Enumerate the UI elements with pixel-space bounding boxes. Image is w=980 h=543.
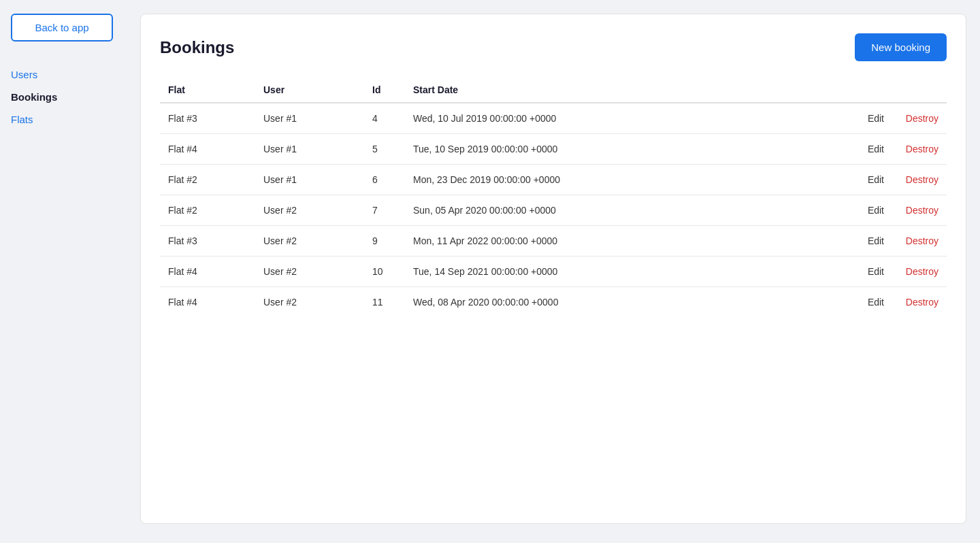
bookings-table: Flat User Id Start Date Flat #3 User #1 … <box>160 78 947 317</box>
cell-destroy[interactable]: Destroy <box>892 257 947 287</box>
col-header-destroy <box>892 78 947 103</box>
cell-start-date: Tue, 14 Sep 2021 00:00:00 +0000 <box>405 257 838 287</box>
destroy-link[interactable]: Destroy <box>906 174 938 185</box>
cell-start-date: Sun, 05 Apr 2020 00:00:00 +0000 <box>405 195 838 226</box>
edit-link[interactable]: Edit <box>868 113 884 124</box>
sidebar-item-flats[interactable]: Flats <box>11 114 118 125</box>
back-to-app-button[interactable]: Back to app <box>11 14 113 42</box>
sidebar-item-bookings[interactable]: Bookings <box>11 91 118 103</box>
cell-destroy[interactable]: Destroy <box>892 103 947 134</box>
cell-user: User #1 <box>255 103 364 134</box>
cell-user: User #2 <box>255 287 364 318</box>
cell-start-date: Mon, 11 Apr 2022 00:00:00 +0000 <box>405 226 838 257</box>
col-header-id: Id <box>364 78 405 103</box>
cell-user: User #1 <box>255 134 364 165</box>
cell-flat: Flat #4 <box>160 134 255 165</box>
col-header-start-date: Start Date <box>405 78 838 103</box>
cell-id: 9 <box>364 226 405 257</box>
table-row: Flat #3 User #2 9 Mon, 11 Apr 2022 00:00… <box>160 226 947 257</box>
cell-user: User #1 <box>255 165 364 195</box>
destroy-link[interactable]: Destroy <box>906 297 938 308</box>
cell-destroy[interactable]: Destroy <box>892 134 947 165</box>
sidebar-nav: Users Bookings Flats <box>11 69 118 125</box>
cell-id: 6 <box>364 165 405 195</box>
cell-id: 5 <box>364 134 405 165</box>
cell-edit[interactable]: Edit <box>838 134 892 165</box>
cell-edit[interactable]: Edit <box>838 195 892 226</box>
cell-flat: Flat #2 <box>160 165 255 195</box>
cell-user: User #2 <box>255 195 364 226</box>
cell-destroy[interactable]: Destroy <box>892 226 947 257</box>
table-row: Flat #4 User #1 5 Tue, 10 Sep 2019 00:00… <box>160 134 947 165</box>
cell-id: 4 <box>364 103 405 134</box>
cell-edit[interactable]: Edit <box>838 165 892 195</box>
cell-id: 7 <box>364 195 405 226</box>
cell-edit[interactable]: Edit <box>838 226 892 257</box>
edit-link[interactable]: Edit <box>868 297 884 308</box>
table-row: Flat #2 User #2 7 Sun, 05 Apr 2020 00:00… <box>160 195 947 226</box>
edit-link[interactable]: Edit <box>868 205 884 216</box>
cell-user: User #2 <box>255 226 364 257</box>
cell-id: 11 <box>364 287 405 318</box>
cell-flat: Flat #3 <box>160 103 255 134</box>
edit-link[interactable]: Edit <box>868 266 884 277</box>
cell-edit[interactable]: Edit <box>838 257 892 287</box>
col-header-flat: Flat <box>160 78 255 103</box>
page-title: Bookings <box>160 38 234 57</box>
main-content: Bookings New booking Flat User Id Start … <box>129 0 980 543</box>
cell-edit[interactable]: Edit <box>838 103 892 134</box>
table-header-row: Flat User Id Start Date <box>160 78 947 103</box>
table-row: Flat #4 User #2 11 Wed, 08 Apr 2020 00:0… <box>160 287 947 318</box>
cell-start-date: Wed, 10 Jul 2019 00:00:00 +0000 <box>405 103 838 134</box>
cell-flat: Flat #4 <box>160 287 255 318</box>
destroy-link[interactable]: Destroy <box>906 266 938 277</box>
edit-link[interactable]: Edit <box>868 235 884 246</box>
edit-link[interactable]: Edit <box>868 144 884 154</box>
cell-destroy[interactable]: Destroy <box>892 165 947 195</box>
cell-destroy[interactable]: Destroy <box>892 287 947 318</box>
destroy-link[interactable]: Destroy <box>906 235 938 246</box>
table-row: Flat #2 User #1 6 Mon, 23 Dec 2019 00:00… <box>160 165 947 195</box>
card-header: Bookings New booking <box>160 33 947 61</box>
col-header-user: User <box>255 78 364 103</box>
col-header-edit <box>838 78 892 103</box>
cell-start-date: Tue, 10 Sep 2019 00:00:00 +0000 <box>405 134 838 165</box>
new-booking-button[interactable]: New booking <box>855 33 947 61</box>
cell-start-date: Wed, 08 Apr 2020 00:00:00 +0000 <box>405 287 838 318</box>
content-card: Bookings New booking Flat User Id Start … <box>140 14 966 524</box>
edit-link[interactable]: Edit <box>868 174 884 185</box>
cell-user: User #2 <box>255 257 364 287</box>
cell-start-date: Mon, 23 Dec 2019 00:00:00 +0000 <box>405 165 838 195</box>
cell-flat: Flat #2 <box>160 195 255 226</box>
sidebar-item-users[interactable]: Users <box>11 69 118 80</box>
destroy-link[interactable]: Destroy <box>906 113 938 124</box>
table-row: Flat #3 User #1 4 Wed, 10 Jul 2019 00:00… <box>160 103 947 134</box>
destroy-link[interactable]: Destroy <box>906 205 938 216</box>
table-row: Flat #4 User #2 10 Tue, 14 Sep 2021 00:0… <box>160 257 947 287</box>
cell-flat: Flat #3 <box>160 226 255 257</box>
cell-flat: Flat #4 <box>160 257 255 287</box>
destroy-link[interactable]: Destroy <box>906 144 938 154</box>
cell-edit[interactable]: Edit <box>838 287 892 318</box>
cell-id: 10 <box>364 257 405 287</box>
sidebar: Back to app Users Bookings Flats <box>0 0 129 543</box>
cell-destroy[interactable]: Destroy <box>892 195 947 226</box>
